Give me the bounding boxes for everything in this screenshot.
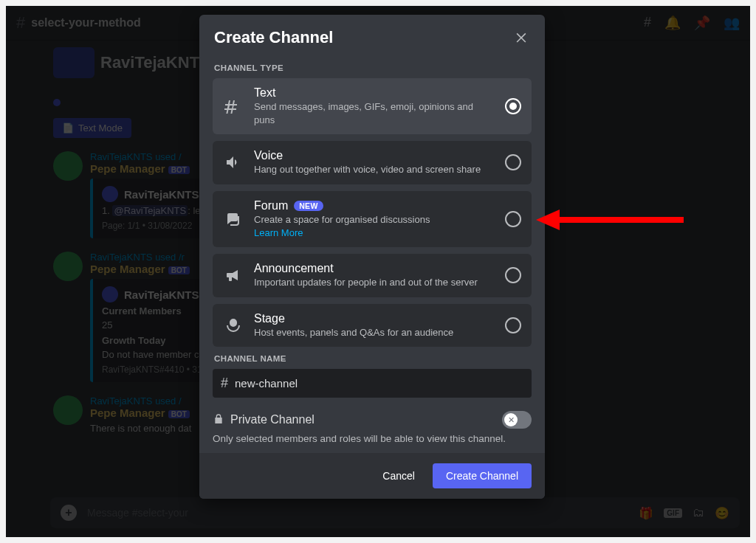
channel-name-input-wrap[interactable]: # — [213, 369, 532, 398]
radio-unselected[interactable] — [505, 317, 521, 333]
channel-type-name: Forum — [254, 199, 288, 212]
modal-footer: Cancel Create Channel — [199, 453, 545, 499]
private-channel-label: Private Channel — [230, 413, 496, 426]
channel-type-label: CHANNEL TYPE — [214, 63, 530, 72]
modal-title: Create Channel — [214, 28, 333, 47]
channel-type-name: Voice — [254, 149, 495, 162]
private-channel-hint: Only selected members and roles will be … — [213, 433, 532, 444]
channel-type-desc: Hang out together with voice, video and … — [254, 163, 495, 176]
private-channel-toggle[interactable]: ✕ — [502, 411, 532, 429]
channel-name-input[interactable] — [235, 377, 523, 390]
radio-unselected[interactable] — [505, 154, 521, 170]
channel-type-desc: Create a space for organised discussions — [254, 213, 495, 226]
forum-icon — [223, 210, 244, 228]
radio-unselected[interactable] — [505, 267, 521, 283]
channel-type-desc: Send messages, images, GIFs, emoji, opin… — [254, 100, 495, 126]
learn-more-link[interactable]: Learn More — [254, 227, 303, 238]
lock-icon — [213, 413, 224, 427]
channel-type-forum[interactable]: ForumNEW Create a space for organised di… — [213, 191, 532, 248]
channel-type-voice[interactable]: Voice Hang out together with voice, vide… — [213, 141, 532, 184]
channel-type-name: Text — [254, 86, 495, 100]
toggle-knob-icon: ✕ — [504, 413, 518, 426]
channel-type-text[interactable]: Text Send messages, images, GIFs, emoji,… — [213, 78, 532, 134]
create-channel-modal: Create Channel CHANNEL TYPE Text Send me… — [199, 15, 545, 499]
channel-type-desc: Host events, panels and Q&As for an audi… — [254, 326, 495, 339]
new-badge: NEW — [294, 201, 323, 211]
channel-name-label: CHANNEL NAME — [214, 354, 530, 363]
speaker-icon — [223, 153, 244, 171]
megaphone-icon — [223, 266, 244, 284]
radio-selected[interactable] — [505, 98, 521, 114]
create-channel-button[interactable]: Create Channel — [433, 463, 532, 488]
channel-type-stage[interactable]: Stage Host events, panels and Q&As for a… — [213, 304, 532, 347]
radio-unselected[interactable] — [505, 211, 521, 227]
channel-type-desc: Important updates for people in and out … — [254, 276, 495, 289]
close-icon[interactable] — [512, 28, 530, 49]
channel-type-name: Announcement — [254, 262, 495, 275]
stage-icon — [223, 317, 244, 334]
channel-type-name: Stage — [254, 312, 495, 325]
hash-icon — [223, 97, 244, 115]
cancel-button[interactable]: Cancel — [369, 463, 428, 488]
hash-icon: # — [221, 376, 228, 391]
channel-type-announcement[interactable]: Announcement Important updates for peopl… — [213, 254, 532, 297]
